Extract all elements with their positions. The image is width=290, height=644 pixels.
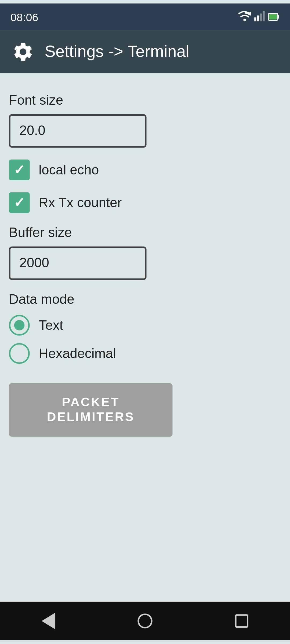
back-button[interactable] <box>31 603 66 639</box>
local-echo-checkmark: ✓ <box>14 163 25 177</box>
recent-icon <box>235 614 248 628</box>
battery-icon <box>268 12 280 22</box>
data-mode-text-row: Text <box>9 315 281 336</box>
buffer-size-group: Buffer size <box>9 225 281 280</box>
rxtx-checkmark: ✓ <box>14 196 25 210</box>
radio-inner-dot <box>14 320 25 331</box>
app-bar: Settings -> Terminal <box>0 30 290 74</box>
data-mode-text-label: Text <box>39 317 63 333</box>
status-time: 08:06 <box>10 11 38 23</box>
status-bar: 08:06 <box>0 3 290 30</box>
svg-rect-5 <box>263 11 265 21</box>
svg-rect-4 <box>260 13 262 21</box>
back-icon <box>42 613 55 629</box>
data-mode-section: Data mode Text Hexadecimal <box>9 292 281 364</box>
packet-delimiters-button[interactable]: PACKET DELIMITERS <box>9 383 172 437</box>
local-echo-row: ✓ local echo <box>9 160 281 181</box>
svg-rect-2 <box>254 17 256 21</box>
svg-rect-8 <box>269 14 277 20</box>
data-mode-hex-radio[interactable] <box>9 343 30 364</box>
recent-button[interactable] <box>224 603 260 639</box>
svg-rect-3 <box>257 15 259 21</box>
app-bar-title: Settings -> Terminal <box>45 42 189 61</box>
signal-icon <box>254 11 265 23</box>
wifi-x-icon <box>238 11 251 23</box>
local-echo-checkbox[interactable]: ✓ <box>9 160 30 181</box>
font-size-input[interactable] <box>9 114 146 148</box>
nav-bar <box>0 602 290 641</box>
data-mode-label: Data mode <box>9 292 281 308</box>
data-mode-text-radio[interactable] <box>9 315 30 336</box>
status-icons <box>238 11 280 23</box>
font-size-label: Font size <box>9 93 281 108</box>
svg-rect-7 <box>278 15 279 19</box>
home-button[interactable] <box>127 603 163 639</box>
buffer-size-label: Buffer size <box>9 225 281 241</box>
main-content: Font size ✓ local echo ✓ Rx Tx counter B… <box>0 74 290 602</box>
home-icon <box>137 614 152 628</box>
rxtx-row: ✓ Rx Tx counter <box>9 192 281 213</box>
rxtx-checkbox[interactable]: ✓ <box>9 192 30 213</box>
buffer-size-input[interactable] <box>9 247 146 280</box>
font-size-group: Font size <box>9 93 281 148</box>
local-echo-label: local echo <box>39 162 99 178</box>
data-mode-hex-row: Hexadecimal <box>9 343 281 364</box>
gear-icon <box>12 41 34 63</box>
data-mode-hex-label: Hexadecimal <box>39 346 116 361</box>
rxtx-label: Rx Tx counter <box>39 195 122 210</box>
